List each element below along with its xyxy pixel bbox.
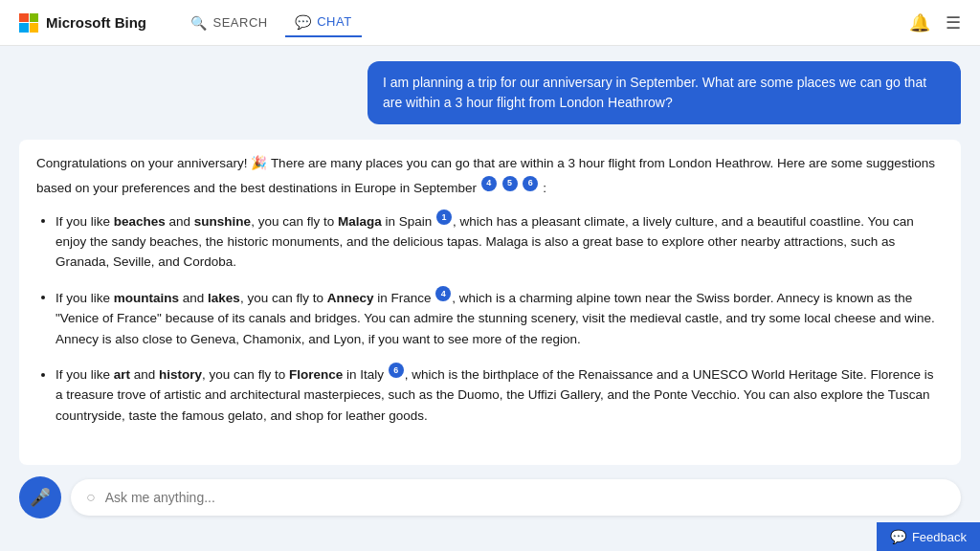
bell-icon[interactable]: 🔔 xyxy=(909,12,930,33)
main: I am planning a trip for our anniversary… xyxy=(0,46,980,551)
mic-icon: 🎤 xyxy=(30,487,51,508)
ref-badge-1: 1 xyxy=(436,209,452,225)
feedback-label: Feedback xyxy=(912,530,967,544)
feedback-icon: 💬 xyxy=(890,529,906,544)
user-message-wrapper: I am planning a trip for our anniversary… xyxy=(19,61,961,124)
ref-badge-4: 4 xyxy=(481,176,497,191)
ai-response: Congratulations on your anniversary! 🎉 T… xyxy=(19,140,961,465)
nav-items: 🔍 SEARCH 💬 CHAT xyxy=(181,9,362,37)
list-item: If you like mountains and lakes, you can… xyxy=(56,284,944,349)
ref-badge-5: 5 xyxy=(502,176,518,191)
bold-lakes: lakes xyxy=(208,290,240,304)
microsoft-logo xyxy=(19,13,38,33)
bold-sunshine: sunshine xyxy=(194,213,251,228)
ref-badge-4b: 4 xyxy=(435,286,451,301)
search-nav-icon: 🔍 xyxy=(190,15,208,31)
mic-button[interactable]: 🎤 xyxy=(19,476,61,518)
ref-badge-6b: 6 xyxy=(389,363,404,378)
ref-badge-6: 6 xyxy=(523,176,538,191)
chat-area: I am planning a trip for our anniversary… xyxy=(0,46,980,551)
chat-nav-icon: 💬 xyxy=(295,14,312,30)
logo-area: Microsoft Bing xyxy=(19,13,146,33)
bold-mountains: mountains xyxy=(114,290,179,304)
bold-history: history xyxy=(159,367,202,382)
header-right: 🔔 ☰ xyxy=(909,12,961,33)
bold-art: art xyxy=(114,367,130,382)
input-area: 🎤 ○ xyxy=(19,476,961,518)
search-input-wrapper: ○ xyxy=(71,479,961,516)
search-nav-label: SEARCH xyxy=(213,15,268,30)
user-message: I am planning a trip for our anniversary… xyxy=(368,61,961,124)
list-item: If you like beaches and sunshine, you ca… xyxy=(56,208,944,273)
logo-text: Microsoft Bing xyxy=(46,14,146,31)
chat-nav-label: CHAT xyxy=(317,14,351,29)
bold-annecy: Annecy xyxy=(327,290,374,304)
header: Microsoft Bing 🔍 SEARCH 💬 CHAT 🔔 ☰ xyxy=(0,0,980,46)
feedback-button[interactable]: 💬 Feedback xyxy=(877,522,980,551)
bold-beaches: beaches xyxy=(114,213,166,228)
menu-icon[interactable]: ☰ xyxy=(946,12,961,33)
chat-input[interactable] xyxy=(105,490,946,505)
ai-suggestions-list: If you like beaches and sunshine, you ca… xyxy=(36,208,944,427)
bold-florence: Florence xyxy=(289,367,343,382)
nav-search[interactable]: 🔍 SEARCH xyxy=(181,10,278,36)
nav-chat[interactable]: 💬 CHAT xyxy=(285,9,362,37)
search-circle-icon: ○ xyxy=(86,489,96,506)
bold-malaga: Malaga xyxy=(338,213,382,228)
ai-intro-text: Congratulations on your anniversary! 🎉 T… xyxy=(36,153,944,198)
list-item: If you like art and history, you can fly… xyxy=(56,361,944,426)
